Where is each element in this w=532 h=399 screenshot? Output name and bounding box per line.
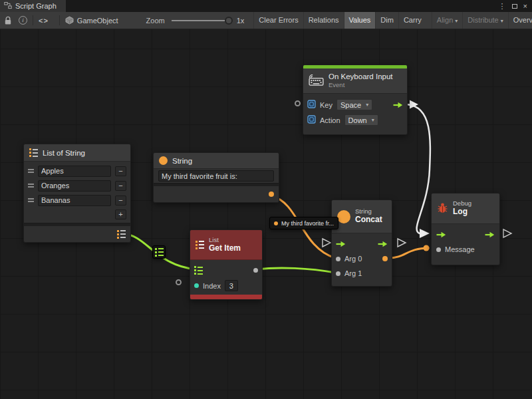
code-icon[interactable]: <>: [39, 14, 49, 27]
get-item-icon: [196, 241, 204, 249]
tab-title: Script Graph: [15, 2, 57, 10]
action-dropdown[interactable]: Down▾: [344, 114, 378, 126]
flow-output-port[interactable]: [393, 102, 403, 108]
key-row: Key Space▾: [307, 97, 403, 112]
node-title: Get Item: [209, 244, 241, 253]
node-header[interactable]: String: [154, 153, 279, 169]
list-input-port[interactable]: [194, 266, 203, 275]
node-header[interactable]: StringConcat: [332, 200, 392, 233]
node-title: Concat: [355, 215, 382, 225]
tab-script-graph[interactable]: Script Graph: [0, 0, 66, 12]
error-bar: [190, 295, 262, 299]
string-value-input[interactable]: [158, 170, 274, 182]
index-input-port[interactable]: [194, 283, 199, 288]
flow-output-port[interactable]: [485, 231, 495, 238]
node-get-item[interactable]: ListGet Item Index: [190, 229, 263, 300]
string-value-icon: [274, 221, 278, 225]
info-icon[interactable]: i: [19, 14, 27, 27]
drag-handle-icon[interactable]: [28, 198, 34, 202]
flow-row: [436, 227, 495, 242]
arg0-input-port[interactable]: [336, 257, 340, 261]
node-string-literal[interactable]: String: [153, 152, 279, 203]
gameobject-reference[interactable]: GameObject: [77, 17, 118, 25]
wire-value-text: My third favorite fr...: [281, 220, 334, 227]
list-item-input[interactable]: [38, 180, 111, 192]
window-titlebar: Script Graph ⋮ ×: [0, 0, 532, 12]
port-row: [154, 186, 279, 202]
graph-toolbar: i <> GameObject Zoom 1x Clear Errors Rel…: [0, 12, 532, 29]
node-header[interactable]: DebugLog: [432, 194, 499, 224]
node-header[interactable]: On Keyboard InputEvent: [303, 68, 407, 94]
string-output-port[interactable]: [269, 192, 274, 197]
bug-icon: [437, 202, 448, 215]
node-title: String: [172, 157, 192, 165]
align-button[interactable]: Align▾: [432, 12, 462, 29]
index-input[interactable]: [225, 280, 238, 291]
distribute-button[interactable]: Distribute▾: [462, 12, 507, 29]
action-row: Action Down▾: [307, 112, 403, 128]
values-button[interactable]: Values: [344, 12, 376, 29]
node-title: Log: [453, 207, 471, 217]
caret-down-icon: ▾: [455, 18, 458, 24]
script-graph-icon: [4, 1, 12, 11]
node-title: On Keyboard Input: [329, 72, 393, 81]
key-value: Space: [340, 101, 361, 109]
maximize-icon[interactable]: [512, 4, 517, 9]
flow-input-port[interactable]: [336, 241, 346, 247]
message-label: Message: [445, 245, 475, 253]
node-on-keyboard-input[interactable]: On Keyboard InputEvent Key Space▾ Action…: [303, 65, 408, 135]
flow-output-port[interactable]: [378, 241, 388, 247]
list-icon: [29, 148, 38, 157]
overview-button[interactable]: Overview: [508, 12, 532, 29]
node-header[interactable]: ListGet Item: [190, 230, 262, 260]
node-category: List: [209, 237, 241, 244]
drag-handle-icon[interactable]: [28, 184, 34, 188]
arg1-row: Arg 1: [336, 266, 388, 281]
list-item-input[interactable]: [38, 166, 111, 177]
dim-button[interactable]: Dim: [375, 12, 398, 29]
zoom-label: Zoom: [146, 17, 165, 25]
node-list-of-string[interactable]: List of String − − − +: [23, 144, 131, 243]
wire-value-list-badge: [152, 245, 166, 259]
wire-value-tooltip: My third favorite fr...: [269, 217, 338, 229]
arg1-input-port[interactable]: [336, 271, 340, 276]
list-item-row: −: [28, 178, 126, 193]
item-output-port[interactable]: [253, 268, 258, 273]
close-icon[interactable]: ×: [523, 2, 527, 10]
clear-errors-button[interactable]: Clear Errors: [253, 12, 303, 29]
node-concat[interactable]: StringConcat Arg 0 Arg 1: [331, 200, 392, 287]
node-header[interactable]: List of String: [24, 144, 130, 162]
list-item-row: −: [28, 164, 126, 178]
remove-item-button[interactable]: −: [115, 166, 126, 176]
message-row: Message: [436, 242, 495, 257]
remove-item-button[interactable]: −: [115, 181, 126, 191]
message-input-port[interactable]: [436, 247, 441, 252]
add-item-row: +: [28, 207, 126, 221]
toolbar-separator: [33, 15, 33, 25]
toolbar-buttons: Clear Errors Relations Values Dim Carry …: [253, 12, 532, 29]
list-output-port[interactable]: [117, 230, 126, 239]
node-log[interactable]: DebugLog Message: [431, 193, 500, 265]
caret-down-icon: ▾: [501, 18, 503, 24]
drag-handle-icon[interactable]: [28, 169, 34, 173]
key-unconnected-port[interactable]: [295, 100, 301, 106]
key-dropdown[interactable]: Space▾: [336, 99, 372, 110]
index-unconnected-port[interactable]: [176, 279, 182, 285]
flow-input-port[interactable]: [436, 231, 446, 238]
index-row: Index: [194, 278, 258, 293]
remove-item-button[interactable]: −: [115, 196, 126, 205]
zoom-slider-knob[interactable]: [225, 17, 233, 25]
string-type-icon: [337, 210, 350, 223]
list-value-icon: [155, 248, 164, 257]
result-output-port[interactable]: [382, 256, 388, 261]
arg0-label: Arg 0: [344, 255, 362, 263]
list-item-input[interactable]: [38, 195, 111, 206]
keycode-icon: [307, 115, 316, 125]
add-item-button[interactable]: +: [115, 209, 126, 219]
carry-button[interactable]: Carry: [398, 12, 426, 29]
kebab-menu-icon[interactable]: ⋮: [499, 2, 506, 11]
zoom-slider[interactable]: [172, 20, 229, 21]
relations-button[interactable]: Relations: [303, 12, 344, 29]
lock-icon[interactable]: [4, 14, 12, 27]
port-row: [24, 226, 130, 242]
